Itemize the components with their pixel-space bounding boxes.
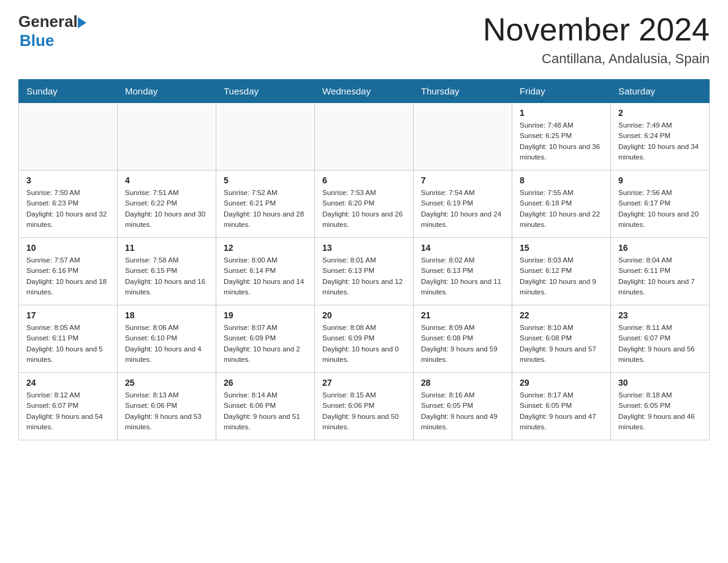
day-number: 15	[520, 243, 603, 253]
day-number: 6	[322, 175, 406, 185]
day-info: Sunrise: 7:50 AMSunset: 6:23 PMDaylight:…	[26, 188, 110, 230]
day-number: 9	[618, 175, 702, 185]
table-cell: 9Sunrise: 7:56 AMSunset: 6:17 PMDaylight…	[611, 170, 710, 238]
table-cell	[118, 103, 216, 170]
day-number: 13	[322, 243, 406, 253]
day-info: Sunrise: 8:16 AMSunset: 6:05 PMDaylight:…	[421, 390, 504, 432]
table-cell	[414, 103, 512, 170]
table-cell: 30Sunrise: 8:18 AMSunset: 6:05 PMDayligh…	[611, 373, 710, 440]
day-info: Sunrise: 8:05 AMSunset: 6:11 PMDaylight:…	[26, 323, 110, 365]
day-info: Sunrise: 8:10 AMSunset: 6:08 PMDaylight:…	[520, 323, 603, 365]
table-cell: 4Sunrise: 7:51 AMSunset: 6:22 PMDaylight…	[118, 170, 216, 238]
table-cell: 23Sunrise: 8:11 AMSunset: 6:07 PMDayligh…	[611, 305, 710, 373]
day-info: Sunrise: 8:02 AMSunset: 6:13 PMDaylight:…	[421, 255, 504, 297]
day-number: 5	[224, 175, 307, 185]
day-number: 10	[26, 243, 110, 253]
day-info: Sunrise: 8:08 AMSunset: 6:09 PMDaylight:…	[322, 323, 406, 365]
table-cell: 26Sunrise: 8:14 AMSunset: 6:06 PMDayligh…	[216, 373, 315, 440]
day-info: Sunrise: 7:51 AMSunset: 6:22 PMDaylight:…	[125, 188, 208, 230]
table-cell	[19, 103, 118, 170]
header-wednesday: Wednesday	[315, 80, 414, 103]
page-header: General Blue November 2024 Cantillana, A…	[18, 12, 710, 67]
day-info: Sunrise: 7:54 AMSunset: 6:19 PMDaylight:…	[421, 188, 504, 230]
day-info: Sunrise: 8:15 AMSunset: 6:06 PMDaylight:…	[322, 390, 406, 432]
day-info: Sunrise: 8:11 AMSunset: 6:07 PMDaylight:…	[618, 323, 702, 365]
header-tuesday: Tuesday	[216, 80, 315, 103]
table-cell: 29Sunrise: 8:17 AMSunset: 6:05 PMDayligh…	[512, 373, 611, 440]
header-monday: Monday	[118, 80, 216, 103]
week-row-5: 24Sunrise: 8:12 AMSunset: 6:07 PMDayligh…	[19, 373, 710, 440]
calendar-header-row: Sunday Monday Tuesday Wednesday Thursday…	[19, 80, 710, 103]
day-info: Sunrise: 7:55 AMSunset: 6:18 PMDaylight:…	[520, 188, 603, 230]
table-cell: 18Sunrise: 8:06 AMSunset: 6:10 PMDayligh…	[118, 305, 216, 373]
table-cell: 25Sunrise: 8:13 AMSunset: 6:06 PMDayligh…	[118, 373, 216, 440]
table-cell: 21Sunrise: 8:09 AMSunset: 6:08 PMDayligh…	[414, 305, 512, 373]
day-number: 29	[520, 378, 603, 388]
calendar-table: Sunday Monday Tuesday Wednesday Thursday…	[18, 79, 710, 440]
day-number: 17	[26, 310, 110, 320]
table-cell: 8Sunrise: 7:55 AMSunset: 6:18 PMDaylight…	[512, 170, 611, 238]
day-info: Sunrise: 8:13 AMSunset: 6:06 PMDaylight:…	[125, 390, 208, 432]
day-number: 11	[125, 243, 208, 253]
day-number: 20	[322, 310, 406, 320]
day-info: Sunrise: 8:12 AMSunset: 6:07 PMDaylight:…	[26, 390, 110, 432]
day-number: 8	[520, 175, 603, 185]
table-cell: 17Sunrise: 8:05 AMSunset: 6:11 PMDayligh…	[19, 305, 118, 373]
day-number: 4	[125, 175, 208, 185]
day-info: Sunrise: 7:56 AMSunset: 6:17 PMDaylight:…	[618, 188, 702, 230]
day-number: 18	[125, 310, 208, 320]
day-info: Sunrise: 7:57 AMSunset: 6:16 PMDaylight:…	[26, 255, 110, 297]
logo-text-blue: Blue	[20, 31, 86, 50]
table-cell: 3Sunrise: 7:50 AMSunset: 6:23 PMDaylight…	[19, 170, 118, 238]
day-info: Sunrise: 8:18 AMSunset: 6:05 PMDaylight:…	[618, 390, 702, 432]
day-info: Sunrise: 8:03 AMSunset: 6:12 PMDaylight:…	[520, 255, 603, 297]
day-info: Sunrise: 8:01 AMSunset: 6:13 PMDaylight:…	[322, 255, 406, 297]
month-year-title: November 2024	[483, 12, 710, 47]
header-friday: Friday	[512, 80, 611, 103]
day-number: 19	[224, 310, 307, 320]
header-thursday: Thursday	[414, 80, 512, 103]
header-sunday: Sunday	[19, 80, 118, 103]
day-number: 21	[421, 310, 504, 320]
day-number: 12	[224, 243, 307, 253]
day-number: 2	[618, 108, 702, 118]
table-cell: 14Sunrise: 8:02 AMSunset: 6:13 PMDayligh…	[414, 238, 512, 305]
day-info: Sunrise: 8:06 AMSunset: 6:10 PMDaylight:…	[125, 323, 208, 365]
day-info: Sunrise: 8:07 AMSunset: 6:09 PMDaylight:…	[224, 323, 307, 365]
day-info: Sunrise: 8:04 AMSunset: 6:11 PMDaylight:…	[618, 255, 702, 297]
day-number: 7	[421, 175, 504, 185]
location-title: Cantillana, Andalusia, Spain	[483, 51, 710, 67]
day-info: Sunrise: 8:00 AMSunset: 6:14 PMDaylight:…	[224, 255, 307, 297]
day-number: 23	[618, 310, 702, 320]
table-cell	[315, 103, 414, 170]
day-number: 26	[224, 378, 307, 388]
table-cell: 2Sunrise: 7:49 AMSunset: 6:24 PMDaylight…	[611, 103, 710, 170]
day-info: Sunrise: 7:53 AMSunset: 6:20 PMDaylight:…	[322, 188, 406, 230]
day-number: 25	[125, 378, 208, 388]
day-info: Sunrise: 7:49 AMSunset: 6:24 PMDaylight:…	[618, 120, 702, 163]
header-saturday: Saturday	[611, 80, 710, 103]
day-info: Sunrise: 7:58 AMSunset: 6:15 PMDaylight:…	[125, 255, 208, 297]
week-row-1: 1Sunrise: 7:48 AMSunset: 6:25 PMDaylight…	[19, 103, 710, 170]
week-row-4: 17Sunrise: 8:05 AMSunset: 6:11 PMDayligh…	[19, 305, 710, 373]
table-cell: 28Sunrise: 8:16 AMSunset: 6:05 PMDayligh…	[414, 373, 512, 440]
day-info: Sunrise: 8:09 AMSunset: 6:08 PMDaylight:…	[421, 323, 504, 365]
table-cell: 12Sunrise: 8:00 AMSunset: 6:14 PMDayligh…	[216, 238, 315, 305]
week-row-3: 10Sunrise: 7:57 AMSunset: 6:16 PMDayligh…	[19, 238, 710, 305]
table-cell: 13Sunrise: 8:01 AMSunset: 6:13 PMDayligh…	[315, 238, 414, 305]
table-cell: 16Sunrise: 8:04 AMSunset: 6:11 PMDayligh…	[611, 238, 710, 305]
table-cell: 10Sunrise: 7:57 AMSunset: 6:16 PMDayligh…	[19, 238, 118, 305]
table-cell: 22Sunrise: 8:10 AMSunset: 6:08 PMDayligh…	[512, 305, 611, 373]
table-cell: 27Sunrise: 8:15 AMSunset: 6:06 PMDayligh…	[315, 373, 414, 440]
day-number: 30	[618, 378, 702, 388]
table-cell: 11Sunrise: 7:58 AMSunset: 6:15 PMDayligh…	[118, 238, 216, 305]
day-number: 1	[520, 108, 603, 118]
table-cell: 6Sunrise: 7:53 AMSunset: 6:20 PMDaylight…	[315, 170, 414, 238]
day-info: Sunrise: 7:48 AMSunset: 6:25 PMDaylight:…	[520, 120, 603, 163]
logo: General Blue	[18, 12, 86, 50]
table-cell	[216, 103, 315, 170]
logo-text-general: General	[18, 12, 78, 31]
day-info: Sunrise: 8:14 AMSunset: 6:06 PMDaylight:…	[224, 390, 307, 432]
table-cell: 5Sunrise: 7:52 AMSunset: 6:21 PMDaylight…	[216, 170, 315, 238]
day-number: 3	[26, 175, 110, 185]
